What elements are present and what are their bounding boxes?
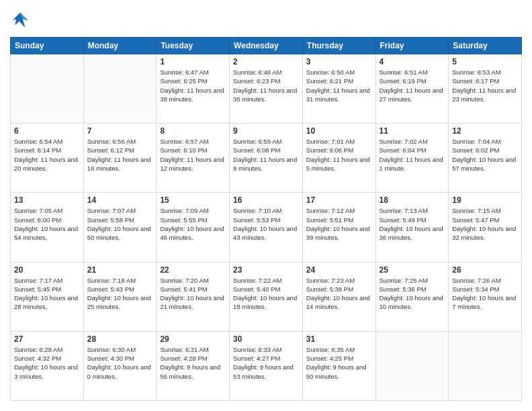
- calendar-cell: 30Sunrise: 6:33 AM Sunset: 4:27 PM Dayli…: [230, 331, 303, 400]
- cell-info: Sunrise: 6:51 AM Sunset: 6:19 PM Dayligh…: [380, 68, 445, 103]
- calendar-header-friday: Friday: [375, 38, 449, 54]
- calendar-cell: 25Sunrise: 7:25 AM Sunset: 5:36 PM Dayli…: [375, 262, 449, 331]
- calendar-header-row: SundayMondayTuesdayWednesdayThursdayFrid…: [11, 38, 522, 54]
- calendar-cell: 16Sunrise: 7:10 AM Sunset: 5:53 PM Dayli…: [230, 193, 303, 262]
- calendar-cell: 26Sunrise: 7:26 AM Sunset: 5:34 PM Dayli…: [449, 262, 522, 331]
- calendar-cell: 8Sunrise: 6:57 AM Sunset: 6:10 PM Daylig…: [157, 124, 230, 193]
- calendar-cell: 28Sunrise: 6:30 AM Sunset: 4:30 PM Dayli…: [83, 331, 157, 400]
- cell-info: Sunrise: 7:20 AM Sunset: 5:41 PM Dayligh…: [160, 276, 226, 312]
- cell-info: Sunrise: 7:01 AM Sunset: 6:06 PM Dayligh…: [306, 137, 372, 173]
- calendar-cell: 11Sunrise: 7:02 AM Sunset: 6:04 PM Dayli…: [375, 124, 449, 193]
- calendar-cell: 22Sunrise: 7:20 AM Sunset: 5:41 PM Dayli…: [157, 262, 230, 331]
- calendar-week-3: 20Sunrise: 7:17 AM Sunset: 5:45 PM Dayli…: [11, 262, 522, 331]
- calendar-header-saturday: Saturday: [449, 38, 522, 54]
- calendar-cell: 29Sunrise: 6:31 AM Sunset: 4:28 PM Dayli…: [157, 331, 230, 400]
- calendar-cell: 21Sunrise: 7:18 AM Sunset: 5:43 PM Dayli…: [83, 262, 157, 331]
- day-number: 9: [233, 126, 299, 136]
- calendar-header-wednesday: Wednesday: [230, 38, 303, 54]
- calendar-cell: 1Sunrise: 6:47 AM Sunset: 6:25 PM Daylig…: [157, 54, 230, 124]
- calendar-cell: [83, 54, 157, 124]
- day-number: 5: [452, 57, 518, 66]
- calendar-cell: 10Sunrise: 7:01 AM Sunset: 6:06 PM Dayli…: [302, 124, 375, 193]
- cell-info: Sunrise: 7:05 AM Sunset: 6:00 PM Dayligh…: [14, 206, 80, 242]
- cell-info: Sunrise: 6:57 AM Sunset: 6:10 PM Dayligh…: [160, 137, 226, 173]
- cell-info: Sunrise: 6:48 AM Sunset: 6:23 PM Dayligh…: [233, 68, 299, 103]
- calendar-week-2: 13Sunrise: 7:05 AM Sunset: 6:00 PM Dayli…: [11, 193, 522, 262]
- cell-info: Sunrise: 7:23 AM Sunset: 5:38 PM Dayligh…: [306, 276, 372, 312]
- cell-info: Sunrise: 7:13 AM Sunset: 5:49 PM Dayligh…: [380, 206, 445, 242]
- day-number: 18: [380, 195, 445, 205]
- calendar-cell: 4Sunrise: 6:51 AM Sunset: 6:19 PM Daylig…: [375, 54, 449, 124]
- cell-info: Sunrise: 7:17 AM Sunset: 5:45 PM Dayligh…: [14, 276, 80, 312]
- calendar-cell: [449, 331, 522, 400]
- cell-info: Sunrise: 6:59 AM Sunset: 6:08 PM Dayligh…: [233, 137, 299, 173]
- calendar-cell: 20Sunrise: 7:17 AM Sunset: 5:45 PM Dayli…: [11, 262, 84, 331]
- day-number: 29: [160, 334, 226, 344]
- day-number: 4: [380, 57, 445, 66]
- calendar-cell: [11, 54, 84, 124]
- calendar-cell: 6Sunrise: 6:54 AM Sunset: 6:14 PM Daylig…: [11, 124, 84, 193]
- calendar-week-1: 6Sunrise: 6:54 AM Sunset: 6:14 PM Daylig…: [11, 124, 522, 193]
- calendar-cell: 3Sunrise: 6:50 AM Sunset: 6:21 PM Daylig…: [302, 54, 375, 124]
- cell-info: Sunrise: 7:09 AM Sunset: 5:55 PM Dayligh…: [160, 206, 226, 242]
- logo-bird-icon: [10, 10, 30, 30]
- calendar-cell: 17Sunrise: 7:12 AM Sunset: 5:51 PM Dayli…: [302, 193, 375, 262]
- day-number: 31: [306, 334, 372, 344]
- calendar-cell: 13Sunrise: 7:05 AM Sunset: 6:00 PM Dayli…: [11, 193, 84, 262]
- cell-info: Sunrise: 7:22 AM Sunset: 5:40 PM Dayligh…: [233, 276, 299, 312]
- calendar-header-tuesday: Tuesday: [157, 38, 230, 54]
- calendar-cell: 7Sunrise: 6:56 AM Sunset: 6:12 PM Daylig…: [83, 124, 157, 193]
- cell-info: Sunrise: 7:07 AM Sunset: 5:58 PM Dayligh…: [87, 206, 153, 242]
- day-number: 22: [160, 265, 226, 275]
- day-number: 20: [14, 265, 80, 275]
- calendar-cell: 14Sunrise: 7:07 AM Sunset: 5:58 PM Dayli…: [83, 193, 157, 262]
- calendar-header-monday: Monday: [83, 38, 157, 54]
- calendar-cell: 18Sunrise: 7:13 AM Sunset: 5:49 PM Dayli…: [375, 193, 449, 262]
- day-number: 19: [452, 195, 518, 205]
- cell-info: Sunrise: 6:33 AM Sunset: 4:27 PM Dayligh…: [233, 345, 299, 381]
- calendar-cell: 12Sunrise: 7:04 AM Sunset: 6:02 PM Dayli…: [449, 124, 522, 193]
- cell-info: Sunrise: 7:26 AM Sunset: 5:34 PM Dayligh…: [452, 276, 518, 312]
- day-number: 25: [380, 265, 445, 275]
- day-number: 16: [233, 195, 299, 205]
- cell-info: Sunrise: 7:02 AM Sunset: 6:04 PM Dayligh…: [380, 137, 445, 173]
- calendar-table: SundayMondayTuesdayWednesdayThursdayFrid…: [10, 37, 522, 401]
- calendar-week-4: 27Sunrise: 6:28 AM Sunset: 4:32 PM Dayli…: [11, 331, 522, 400]
- day-number: 12: [452, 126, 518, 136]
- cell-info: Sunrise: 6:50 AM Sunset: 6:21 PM Dayligh…: [306, 68, 372, 103]
- calendar-cell: 19Sunrise: 7:15 AM Sunset: 5:47 PM Dayli…: [449, 193, 522, 262]
- cell-info: Sunrise: 7:12 AM Sunset: 5:51 PM Dayligh…: [306, 206, 372, 242]
- calendar-cell: 24Sunrise: 7:23 AM Sunset: 5:38 PM Dayli…: [302, 262, 375, 331]
- header: [10, 10, 522, 30]
- calendar-cell: 15Sunrise: 7:09 AM Sunset: 5:55 PM Dayli…: [157, 193, 230, 262]
- day-number: 26: [452, 265, 518, 275]
- day-number: 27: [14, 334, 80, 344]
- calendar-cell: 31Sunrise: 6:35 AM Sunset: 4:25 PM Dayli…: [302, 331, 375, 400]
- day-number: 1: [160, 57, 226, 66]
- page: SundayMondayTuesdayWednesdayThursdayFrid…: [0, 0, 532, 411]
- day-number: 7: [87, 126, 153, 136]
- day-number: 30: [233, 334, 299, 344]
- day-number: 24: [306, 265, 372, 275]
- day-number: 14: [87, 195, 153, 205]
- day-number: 11: [380, 126, 445, 136]
- day-number: 28: [87, 334, 153, 344]
- cell-info: Sunrise: 7:04 AM Sunset: 6:02 PM Dayligh…: [452, 137, 518, 173]
- cell-info: Sunrise: 7:18 AM Sunset: 5:43 PM Dayligh…: [87, 276, 153, 312]
- day-number: 13: [14, 195, 80, 205]
- cell-info: Sunrise: 6:28 AM Sunset: 4:32 PM Dayligh…: [14, 345, 80, 381]
- calendar-cell: 5Sunrise: 6:53 AM Sunset: 6:17 PM Daylig…: [449, 54, 522, 124]
- cell-info: Sunrise: 6:47 AM Sunset: 6:25 PM Dayligh…: [160, 68, 226, 103]
- day-number: 6: [14, 126, 80, 136]
- day-number: 10: [306, 126, 372, 136]
- day-number: 17: [306, 195, 372, 205]
- calendar-header-thursday: Thursday: [302, 38, 375, 54]
- svg-marker-0: [13, 13, 28, 28]
- cell-info: Sunrise: 6:53 AM Sunset: 6:17 PM Dayligh…: [452, 68, 518, 103]
- day-number: 21: [87, 265, 153, 275]
- day-number: 2: [233, 57, 299, 66]
- cell-info: Sunrise: 6:56 AM Sunset: 6:12 PM Dayligh…: [87, 137, 153, 173]
- calendar-header-sunday: Sunday: [11, 38, 84, 54]
- calendar-week-0: 1Sunrise: 6:47 AM Sunset: 6:25 PM Daylig…: [11, 54, 522, 124]
- day-number: 23: [233, 265, 299, 275]
